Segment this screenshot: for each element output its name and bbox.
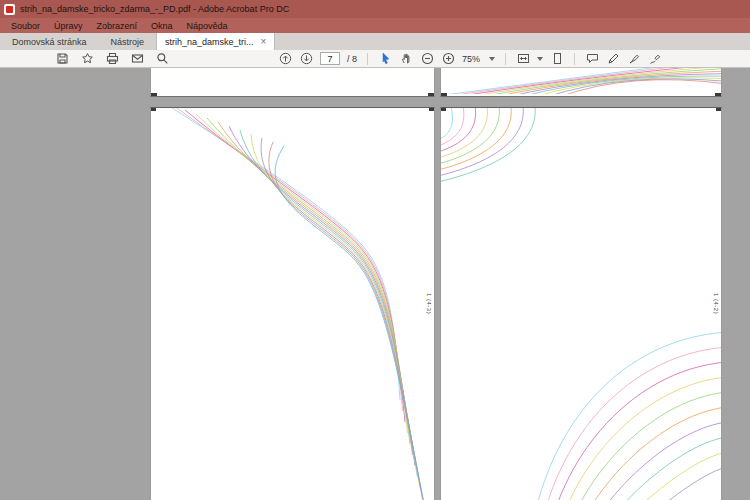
- pattern-curves: [441, 68, 721, 94]
- pdf-page-left[interactable]: 1 (4-3): [150, 107, 435, 500]
- page-fit-icon[interactable]: [550, 52, 564, 66]
- tab-document[interactable]: strih_na_damske_tri... ×: [156, 33, 275, 50]
- select-tool-icon[interactable]: [378, 52, 392, 66]
- main-toolbar: / 8 75%: [0, 50, 750, 68]
- fit-width-icon[interactable]: [516, 52, 530, 66]
- document-canvas[interactable]: 1 (4-3) 1 (4-2): [0, 68, 750, 500]
- tab-bar: Domovská stránka Nástroje strih_na_damsk…: [0, 33, 750, 50]
- email-icon[interactable]: [130, 52, 144, 66]
- crop-mark: [151, 93, 157, 96]
- page-edge-label: 1 (4-2): [713, 293, 719, 314]
- crop-mark: [428, 93, 434, 96]
- menu-bar: Soubor Úpravy Zobrazení Okna Nápověda: [0, 18, 750, 33]
- pdf-page-right[interactable]: 1 (4-2): [440, 107, 722, 500]
- chevron-down-icon[interactable]: [537, 57, 543, 61]
- print-icon[interactable]: [105, 52, 119, 66]
- star-icon[interactable]: [80, 52, 94, 66]
- previous-page-icon[interactable]: [278, 52, 292, 66]
- page-number-input[interactable]: [320, 52, 340, 65]
- crop-mark: [441, 108, 446, 111]
- draw-icon[interactable]: [648, 52, 662, 66]
- crop-mark: [716, 108, 721, 111]
- highlight-icon[interactable]: [606, 52, 620, 66]
- toolbar-divider: [574, 53, 575, 65]
- acrobat-app-icon: [4, 4, 15, 15]
- menu-soubor[interactable]: Soubor: [4, 21, 47, 31]
- zoom-level-value[interactable]: 75%: [462, 54, 480, 64]
- tab-home[interactable]: Domovská stránka: [0, 33, 99, 50]
- chevron-down-icon[interactable]: [489, 57, 495, 61]
- comment-icon[interactable]: [585, 52, 599, 66]
- crop-mark: [715, 93, 721, 96]
- pdf-page-strip-left[interactable]: [150, 68, 435, 97]
- pattern-curves: [441, 108, 721, 500]
- toolbar-divider: [367, 53, 368, 65]
- next-page-icon[interactable]: [299, 52, 313, 66]
- crop-mark: [429, 108, 434, 111]
- menu-zobrazeni[interactable]: Zobrazení: [90, 21, 145, 31]
- save-icon[interactable]: [55, 52, 69, 66]
- menu-okna[interactable]: Okna: [144, 21, 180, 31]
- crop-mark: [151, 108, 156, 111]
- tab-tools[interactable]: Nástroje: [99, 33, 157, 50]
- acrobat-window: strih_na_damske_tricko_zdarma_-_PD.pdf -…: [0, 0, 750, 500]
- menu-upravy[interactable]: Úpravy: [47, 21, 90, 31]
- hand-tool-icon[interactable]: [399, 52, 413, 66]
- pdf-page-strip-right[interactable]: [440, 68, 722, 97]
- close-icon[interactable]: ×: [261, 37, 267, 47]
- title-bar: strih_na_damske_tricko_zdarma_-_PD.pdf -…: [0, 0, 750, 18]
- page-edge-label: 1 (4-3): [426, 293, 432, 314]
- page-total-label: / 8: [347, 54, 357, 64]
- pattern-curves: [151, 108, 434, 500]
- search-icon[interactable]: [155, 52, 169, 66]
- toolbar-divider: [505, 53, 506, 65]
- zoom-in-icon[interactable]: [441, 52, 455, 66]
- menu-napoveda[interactable]: Nápověda: [180, 21, 235, 31]
- crop-mark: [441, 93, 447, 96]
- zoom-out-icon[interactable]: [420, 52, 434, 66]
- sign-icon[interactable]: [627, 52, 641, 66]
- window-title: strih_na_damske_tricko_zdarma_-_PD.pdf -…: [20, 4, 289, 14]
